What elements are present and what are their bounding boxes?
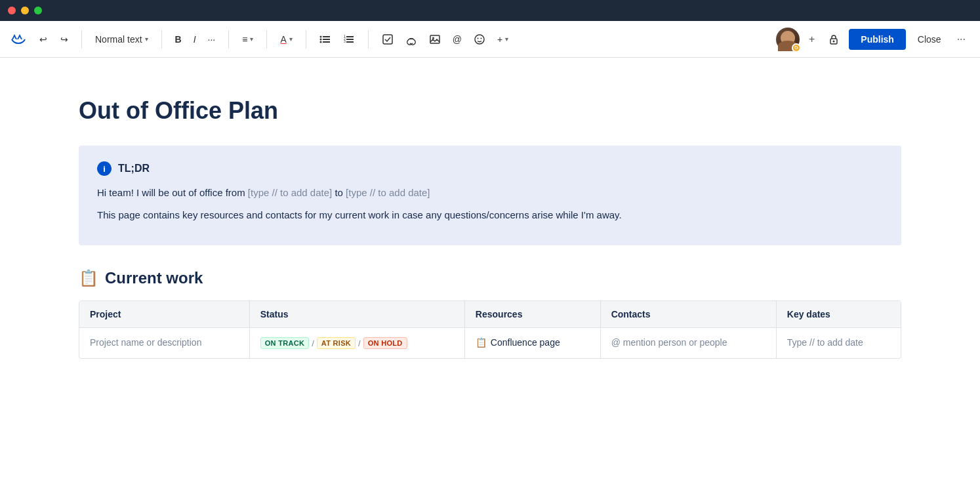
section-title: Current work bbox=[105, 269, 203, 287]
bullet-list-button[interactable] bbox=[314, 30, 337, 49]
status-sep-2: / bbox=[358, 338, 361, 348]
svg-rect-1 bbox=[323, 36, 330, 37]
divider-1 bbox=[81, 30, 82, 49]
text-color-icon: A bbox=[280, 34, 286, 45]
task-icon bbox=[382, 33, 394, 45]
publish-button[interactable]: Publish bbox=[849, 29, 906, 50]
key-dates-placeholder: Type // to add date bbox=[787, 337, 863, 348]
chevron-down-icon: ▾ bbox=[505, 35, 508, 43]
svg-text:3: 3 bbox=[344, 39, 346, 43]
work-table: Project Status Resources Contacts Key da… bbox=[79, 301, 901, 358]
task-button[interactable] bbox=[377, 30, 399, 49]
resource-link: Confluence page bbox=[491, 337, 560, 348]
svg-rect-12 bbox=[383, 35, 392, 44]
add-collaborator-button[interactable]: + bbox=[805, 30, 819, 49]
bold-button[interactable]: B bbox=[170, 30, 187, 49]
cell-resources[interactable]: 📋 Confluence page bbox=[464, 328, 600, 359]
resource-group: 📋 Confluence page bbox=[476, 337, 590, 348]
text-format-group: B I ··· bbox=[170, 30, 221, 49]
col-contacts: Contacts bbox=[600, 301, 776, 328]
titlebar bbox=[0, 0, 980, 21]
svg-rect-3 bbox=[323, 39, 330, 40]
link-button[interactable] bbox=[400, 30, 422, 49]
chevron-down-icon: ▾ bbox=[289, 35, 293, 43]
svg-rect-11 bbox=[346, 41, 354, 43]
text-style-dropdown[interactable]: Normal text ▾ bbox=[90, 30, 153, 49]
close-dot[interactable] bbox=[8, 7, 16, 14]
align-icon: ≡ bbox=[242, 34, 247, 45]
more-dots-icon: ··· bbox=[957, 33, 966, 45]
toolbar-right: G + Publish Close ··· bbox=[776, 28, 970, 51]
link-icon bbox=[405, 33, 417, 45]
col-project: Project bbox=[79, 301, 249, 328]
divider-4 bbox=[266, 30, 267, 49]
status-badge-on-track: ON TRACK bbox=[260, 337, 309, 349]
divider-6 bbox=[368, 30, 369, 49]
svg-rect-7 bbox=[346, 36, 354, 37]
emoji-button[interactable] bbox=[468, 30, 491, 49]
status-sep-1: / bbox=[312, 338, 314, 348]
more-options-button[interactable]: ··· bbox=[953, 30, 970, 49]
status-badge-at-risk: AT RISK bbox=[317, 337, 356, 349]
cell-project[interactable]: Project name or description bbox=[79, 328, 249, 359]
page-title[interactable]: Out of Office Plan bbox=[79, 97, 901, 125]
status-badge-on-hold: ON HOLD bbox=[363, 337, 407, 349]
cell-status[interactable]: ON TRACK / AT RISK / ON HOLD bbox=[249, 328, 464, 359]
contacts-placeholder: @ mention person or people bbox=[611, 337, 727, 348]
svg-rect-9 bbox=[346, 39, 354, 40]
chevron-down-icon: ▾ bbox=[250, 35, 253, 43]
lock-icon bbox=[828, 33, 840, 45]
svg-point-4 bbox=[319, 41, 321, 43]
list-group: 1 2 3 bbox=[314, 30, 360, 49]
svg-point-19 bbox=[833, 40, 835, 42]
section-header-current-work: 📋 Current work bbox=[79, 269, 901, 287]
image-button[interactable] bbox=[424, 30, 446, 49]
svg-rect-13 bbox=[430, 35, 439, 43]
info-box-line1[interactable]: Hi team! I will be out of office from [t… bbox=[97, 185, 883, 201]
insert-group: @ + ▾ bbox=[377, 30, 514, 49]
logo[interactable] bbox=[10, 31, 26, 47]
lock-button[interactable] bbox=[824, 30, 844, 49]
info-box-line2[interactable]: This page contains key resources and con… bbox=[97, 207, 883, 223]
maximize-dot[interactable] bbox=[34, 7, 42, 14]
minimize-dot[interactable] bbox=[21, 7, 29, 14]
info-icon: i bbox=[97, 161, 112, 176]
col-status: Status bbox=[249, 301, 464, 328]
bullet-list-icon bbox=[319, 33, 331, 45]
divider-3 bbox=[228, 30, 229, 49]
svg-point-15 bbox=[475, 35, 484, 44]
color-button[interactable]: A ▾ bbox=[275, 30, 297, 49]
numbered-list-button[interactable]: 1 2 3 bbox=[338, 30, 360, 49]
content-area: Out of Office Plan i TL;DR Hi team! I wi… bbox=[0, 58, 980, 492]
avatar-badge: G bbox=[792, 43, 801, 52]
align-button[interactable]: ≡ ▾ bbox=[237, 30, 258, 49]
info-box: i TL;DR Hi team! I will be out of office… bbox=[79, 146, 901, 245]
undo-button[interactable]: ↩ bbox=[34, 30, 52, 49]
italic-button[interactable]: I bbox=[188, 30, 201, 49]
divider-2 bbox=[161, 30, 162, 49]
chevron-down-icon: ▾ bbox=[145, 35, 148, 43]
status-group: ON TRACK / AT RISK / ON HOLD bbox=[260, 337, 454, 349]
emoji-icon bbox=[474, 33, 485, 45]
svg-point-0 bbox=[319, 35, 321, 37]
svg-point-14 bbox=[432, 37, 434, 39]
table-header-row: Project Status Resources Contacts Key da… bbox=[79, 301, 901, 328]
image-icon bbox=[429, 33, 441, 45]
svg-rect-5 bbox=[323, 41, 330, 43]
col-key-dates: Key dates bbox=[776, 301, 901, 328]
divider-5 bbox=[306, 30, 306, 49]
confluence-icon: 📋 bbox=[476, 337, 487, 348]
info-box-header: i TL;DR bbox=[97, 161, 883, 176]
col-resources: Resources bbox=[464, 301, 600, 328]
more-format-button[interactable]: ··· bbox=[203, 30, 221, 49]
mention-button[interactable]: @ bbox=[447, 30, 467, 49]
cell-key-dates[interactable]: Type // to add date bbox=[776, 328, 901, 359]
table-row: Project name or description ON TRACK / A… bbox=[79, 328, 901, 359]
toolbar: ↩ ↪ Normal text ▾ B I ··· ≡ ▾ A ▾ 1 bbox=[0, 21, 980, 58]
insert-more-button[interactable]: + ▾ bbox=[492, 30, 514, 49]
svg-point-16 bbox=[478, 37, 479, 39]
close-button[interactable]: Close bbox=[911, 30, 948, 49]
redo-button[interactable]: ↪ bbox=[55, 30, 73, 49]
numbered-list-icon: 1 2 3 bbox=[343, 33, 355, 45]
cell-contacts[interactable]: @ mention person or people bbox=[600, 328, 776, 359]
